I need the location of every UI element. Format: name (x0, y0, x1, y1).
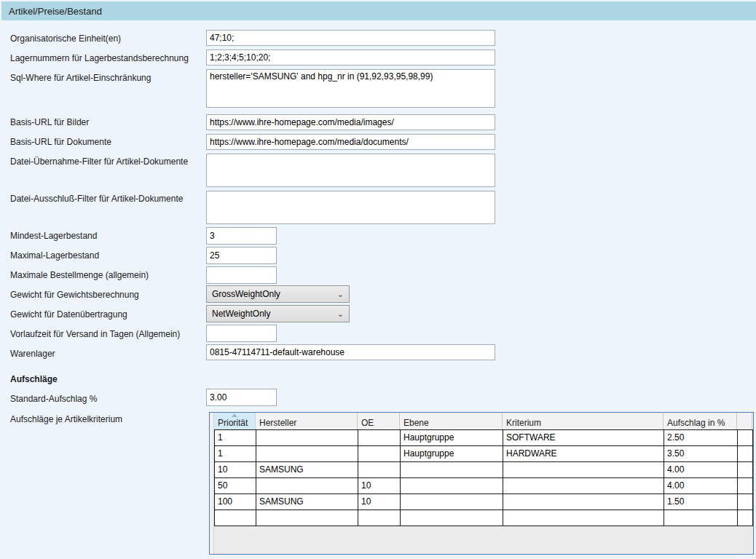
table-row: 100SAMSUNG101.50 (214, 494, 753, 510)
grid-cell[interactable] (503, 510, 664, 526)
sort-ascending-icon (232, 413, 237, 417)
grid-cell[interactable]: 10 (358, 494, 401, 510)
organisatorische-einheiten-input[interactable] (206, 30, 495, 46)
label-vorlaufzeit: Vorlaufzeit für Versand in Tagen (Allgem… (10, 329, 180, 339)
grid-column-header[interactable]: Hersteller (256, 413, 358, 429)
label-maximal-lagerbestand: Maximal-Lagerbestand (10, 250, 99, 261)
grid-cell[interactable] (358, 446, 401, 462)
mindest-lagerbestand-input[interactable] (206, 227, 277, 245)
grid-cell[interactable] (503, 494, 664, 510)
grid-cell[interactable]: 10 (215, 462, 256, 478)
grid-cell[interactable]: 4.00 (664, 478, 738, 494)
grid-cell[interactable]: Hauptgruppe (401, 430, 503, 446)
label-basis-url-dokumente: Basis-URL für Dokumente (10, 137, 111, 147)
grid-header-row: PrioritätHerstellerOEEbeneKriteriumAufsc… (214, 413, 753, 430)
grid-column-header[interactable]: Priorität (214, 413, 256, 429)
basis-url-dokumente-input[interactable] (206, 134, 495, 150)
grid-cell[interactable] (256, 446, 358, 462)
grid-column-header-blank (737, 413, 752, 429)
lagernummern-input[interactable] (206, 49, 495, 66)
grid-cell[interactable]: 50 (215, 478, 256, 494)
grid-cell[interactable] (401, 510, 503, 526)
grid-cell[interactable]: SOFTWARE (503, 430, 664, 446)
label-uebernahme-filter: Datei-Übernahme-Filter für Artikel-Dokum… (10, 156, 188, 167)
table-row: 1HauptgruppeSOFTWARE2.50 (214, 430, 753, 446)
grid-cell[interactable]: 1 (215, 446, 256, 462)
aufschlaege-kriterium-grid: PrioritätHerstellerOEEbeneKriteriumAufsc… (209, 412, 754, 555)
grid-cell[interactable] (503, 478, 664, 494)
grid-cell[interactable] (401, 478, 503, 494)
grid-column-header[interactable]: Aufschlag in % (664, 413, 737, 429)
grid-column-header[interactable]: Kriterium (503, 413, 664, 429)
grid-cell[interactable] (401, 494, 503, 510)
section-title-aufschlaege: Aufschläge (10, 374, 58, 384)
grid-cell[interactable]: Hauptgruppe (401, 446, 503, 462)
standard-aufschlag-input[interactable] (206, 389, 277, 406)
grid-cell[interactable] (358, 462, 401, 478)
grid-cell[interactable] (358, 430, 401, 446)
grid-cell[interactable]: 1 (215, 430, 256, 446)
gewicht-gewichtsberechnung-selected-value: GrossWeightOnly (212, 289, 280, 299)
grid-cell[interactable] (503, 462, 664, 478)
warenlager-input[interactable] (206, 344, 495, 360)
basis-url-bilder-input[interactable] (206, 114, 495, 130)
grid-cell[interactable] (401, 462, 503, 478)
grid-cell[interactable] (738, 446, 753, 462)
grid-cell[interactable]: HARDWARE (503, 446, 664, 462)
grid-cell[interactable]: 10 (358, 478, 401, 494)
grid-cell[interactable] (256, 478, 358, 494)
grid-cell[interactable] (358, 510, 401, 526)
grid-cell[interactable]: 4.00 (664, 462, 738, 478)
gewicht-datenuebertragung-selected-value: NetWeightOnly (212, 309, 270, 319)
label-standard-aufschlag: Standard-Aufschlag % (10, 394, 97, 404)
grid-cell[interactable] (738, 510, 753, 526)
grid-cell[interactable] (664, 510, 738, 526)
gewicht-gewichtsberechnung-select[interactable]: GrossWeightOnly ⌄ (206, 285, 350, 303)
maximal-lagerbestand-input[interactable] (206, 247, 277, 264)
table-row: 10SAMSUNG4.00 (214, 462, 753, 478)
label-gewicht-gewichtsberechnung: Gewicht für Gewichtsberechnung (10, 290, 139, 300)
criteria-grid-rows: 1HauptgruppeSOFTWARE2.501HauptgruppeHARD… (214, 430, 753, 526)
label-aufschlaege-je-artikelkriterium: Aufschläge je Artikelkriterium (10, 414, 122, 424)
label-basis-url-bilder: Basis-URL für Bilder (10, 117, 89, 127)
sql-where-textarea[interactable]: hersteller='SAMSUNG' and hpg_nr in (91,9… (206, 69, 495, 108)
grid-cell[interactable] (738, 494, 753, 510)
table-row: 1HauptgruppeHARDWARE3.50 (214, 446, 753, 462)
vorlaufzeit-input[interactable] (206, 325, 277, 342)
grid-cell[interactable]: SAMSUNG (256, 462, 358, 478)
grid-cell[interactable] (256, 510, 358, 526)
window-titlebar: Artikel/Preise/Bestand (1, 1, 756, 20)
label-maximale-bestellmenge: Maximale Bestellmenge (allgemein) (10, 270, 149, 280)
grid-column-header[interactable]: OE (358, 413, 400, 429)
label-sql-where: Sql-Where für Artikel-Einschränkung (10, 73, 151, 83)
label-ausschluss-filter: Datei-Ausschluß-Filter für Artikel-Dokum… (10, 194, 183, 204)
grid-cell[interactable]: 3.50 (664, 446, 738, 462)
label-organisatorische-einheiten: Organisatorische Einheit(en) (10, 33, 121, 44)
chevron-down-icon: ⌄ (337, 290, 344, 298)
grid-cell[interactable]: 2.50 (664, 430, 738, 446)
label-lagernummern: Lagernummern für Lagerbestandsberechnung (10, 53, 189, 63)
grid-cell[interactable]: SAMSUNG (256, 494, 358, 510)
grid-cell[interactable] (256, 430, 358, 446)
chevron-down-icon: ⌄ (337, 310, 344, 318)
gewicht-datenuebertragung-select[interactable]: NetWeightOnly ⌄ (206, 305, 350, 322)
grid-cell[interactable]: 1.50 (664, 494, 738, 510)
ausschluss-filter-textarea[interactable] (206, 191, 495, 224)
label-warenlager: Warenlager (10, 349, 55, 359)
maximale-bestellmenge-input[interactable] (206, 266, 277, 284)
table-row (214, 510, 753, 526)
grid-cell[interactable] (738, 462, 753, 478)
grid-cell[interactable] (215, 510, 256, 526)
label-mindest-lagerbestand: Mindest-Lagerbestand (10, 231, 97, 241)
grid-cell[interactable] (738, 430, 753, 446)
uebernahme-filter-textarea[interactable] (206, 154, 495, 187)
grid-cell[interactable] (738, 478, 753, 494)
grid-cell[interactable]: 100 (215, 494, 256, 510)
grid-column-header[interactable]: Ebene (400, 413, 503, 429)
label-gewicht-datenuebertragung: Gewicht für Datenübertragung (10, 309, 127, 320)
page-title: Artikel/Preise/Bestand (1, 6, 102, 17)
table-row: 50104.00 (214, 478, 753, 494)
